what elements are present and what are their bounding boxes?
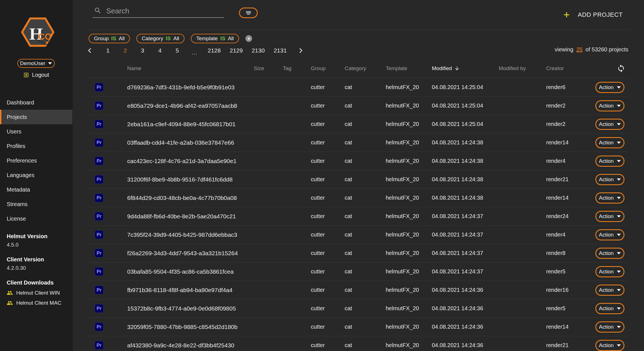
sidebar-nav-item[interactable]: Projects xyxy=(0,110,72,124)
premiere-pr-label: Pr xyxy=(97,103,102,109)
page-number-label: 2130 xyxy=(252,47,265,54)
sidebar-nav-item[interactable]: Streams xyxy=(0,197,72,211)
header-modified-by[interactable]: Modified by xyxy=(499,65,546,71)
action-button[interactable]: Action xyxy=(595,248,624,259)
project-row[interactable]: Pr e805a729-dce1-4b96-af42-ea97057aacb8 … xyxy=(87,97,628,115)
action-button[interactable]: Action xyxy=(595,340,624,351)
page-prev-button[interactable] xyxy=(85,46,94,55)
add-filter-button[interactable] xyxy=(245,35,252,42)
page-number[interactable]: 5 xyxy=(171,47,184,54)
sidebar-nav-item[interactable]: Profiles xyxy=(0,139,72,153)
project-row[interactable]: Pr fb971b36-8118-4f8f-ab94-ba90e97df4a4 … xyxy=(87,281,628,299)
action-button[interactable]: Action xyxy=(595,82,624,93)
action-button[interactable]: Action xyxy=(595,211,624,222)
sidebar-nav-item[interactable]: License xyxy=(0,211,72,226)
page-number[interactable]: 2 xyxy=(119,47,132,54)
page-next-button[interactable] xyxy=(296,46,306,55)
project-modified-cell: 04.08.2021 14:25:04 xyxy=(432,102,499,109)
header-creator[interactable]: Creator xyxy=(546,65,595,71)
project-row[interactable]: Pr 15372b8c-9fb3-4774-a0e9-0e0d68f09805 … xyxy=(87,299,628,318)
project-row[interactable]: Pr 7c395f24-39d9-4405-b425-987dd6ebbac3 … xyxy=(87,226,628,244)
action-button[interactable]: Action xyxy=(595,192,624,204)
project-modified-cell: 04.08.2021 14:24:37 xyxy=(432,250,499,256)
header-template[interactable]: Template xyxy=(386,65,432,71)
project-creator-cell: render8 xyxy=(546,250,595,256)
project-row[interactable]: Pr cac423ec-128f-4c76-a21d-3a7daa5e90e1 … xyxy=(87,152,628,170)
page-number[interactable]: 2128 xyxy=(205,47,223,54)
action-button[interactable]: Action xyxy=(595,321,624,333)
refresh-button[interactable] xyxy=(617,64,625,73)
filter-chip[interactable]: Category IS All xyxy=(136,34,184,43)
viewing-count-link[interactable]: 25 xyxy=(576,46,583,52)
project-row[interactable]: Pr 9d4da88f-fb6d-40be-8e2b-5ae20a470c21 … xyxy=(87,207,628,226)
action-button[interactable]: Action xyxy=(595,100,624,111)
add-project-label: ADD PROJECT xyxy=(578,11,623,18)
client-download-link[interactable]: Helmut Client MAC xyxy=(7,300,68,306)
sidebar-nav-item[interactable]: Languages xyxy=(0,168,72,182)
sidebar-nav-item[interactable]: Users xyxy=(0,124,72,139)
project-type-cell: Pr xyxy=(87,175,127,184)
action-button-label: Action xyxy=(599,305,614,312)
header-category[interactable]: Category xyxy=(345,65,386,71)
premiere-pr-label: Pr xyxy=(97,324,102,330)
filter-chip-operator: IS xyxy=(220,35,225,42)
project-row[interactable]: Pr 32059f05-7880-47bb-9885-c8545d2d180b … xyxy=(87,318,628,336)
helmut-logo: H CO xyxy=(21,17,55,47)
filter-toggle-button[interactable] xyxy=(239,8,258,18)
project-row[interactable]: Pr 2eba161a-c9ef-4094-88e9-45fc06817b01 … xyxy=(87,115,628,133)
project-category-cell: cat xyxy=(345,213,386,219)
filter-chip[interactable]: Template IS All xyxy=(191,34,239,43)
action-button[interactable]: Action xyxy=(595,137,624,148)
action-button[interactable]: Action xyxy=(595,156,624,167)
action-button[interactable]: Action xyxy=(595,174,624,185)
project-row[interactable]: Pr f26a2269-34d3-4dd7-9543-a3a321b15264 … xyxy=(87,244,628,262)
project-creator-cell: render24 xyxy=(546,213,595,219)
client-download-link[interactable]: Helmut Client WIN xyxy=(7,290,68,296)
chevron-down-icon xyxy=(48,62,52,65)
search-input[interactable] xyxy=(106,5,224,17)
add-project-button[interactable]: ADD PROJECT xyxy=(563,8,623,21)
user-menu-button[interactable]: DemoUser xyxy=(17,59,55,68)
filter-chip[interactable]: Group IS All xyxy=(89,34,130,43)
action-button[interactable]: Action xyxy=(595,119,624,130)
page-number[interactable]: 2131 xyxy=(271,47,289,54)
project-row[interactable]: Pr 03bafa85-9504-4f35-ac86-ca5b3861fcea … xyxy=(87,262,628,281)
page-number[interactable]: 4 xyxy=(153,47,166,54)
header-tag[interactable]: Tag xyxy=(283,65,311,71)
sidebar-nav-item[interactable]: Metadata xyxy=(0,182,72,197)
premiere-pr-label: Pr xyxy=(97,158,102,164)
project-modified-cell: 04.08.2021 14:25:04 xyxy=(432,121,499,127)
logout-button[interactable]: Logout xyxy=(0,70,72,79)
sidebar-nav-item-label: Preferences xyxy=(7,157,37,164)
page-number[interactable]: 2129 xyxy=(228,47,245,54)
sidebar-nav-item[interactable]: Preferences xyxy=(0,153,72,168)
project-template-cell: helmutFX_20 xyxy=(386,213,432,219)
action-button[interactable]: Action xyxy=(595,266,624,277)
page-number[interactable]: 1 xyxy=(101,47,114,54)
main-content: ADD PROJECT Group IS All Category IS All… xyxy=(72,0,644,351)
search-box xyxy=(93,4,224,18)
header-name[interactable]: Name xyxy=(127,65,254,71)
project-row[interactable]: Pr 03ffaadb-cdd4-41fe-a2ab-036e37847e66 … xyxy=(87,133,628,152)
sidebar-nav-item[interactable]: Dashboard xyxy=(0,95,72,110)
header-group[interactable]: Group xyxy=(311,65,345,71)
action-button[interactable]: Action xyxy=(595,285,624,296)
page-number[interactable]: 3 xyxy=(136,47,149,54)
premiere-pr-badge: Pr xyxy=(95,230,103,239)
action-button-label: Action xyxy=(599,232,614,238)
header-modified[interactable]: Modified xyxy=(432,65,499,71)
header-size[interactable]: Size xyxy=(254,65,283,71)
chevron-left-icon xyxy=(87,48,91,53)
project-row[interactable]: Pr 6f844d29-cd03-48cb-be0a-4c77b70b0a08 … xyxy=(87,189,628,207)
project-type-cell: Pr xyxy=(87,120,127,128)
project-row[interactable]: Pr 31200f6f-8be9-4b8b-9516-7df461fc6dd8 … xyxy=(87,170,628,189)
project-row[interactable]: Pr d769236a-7df3-431b-9efd-b5e9f0b91e03 … xyxy=(87,78,628,97)
filter-chip-field: Template xyxy=(196,35,218,42)
filter-chip-value: All xyxy=(119,35,125,42)
action-button[interactable]: Action xyxy=(595,229,624,240)
page-number[interactable]: 2130 xyxy=(249,47,267,54)
helmut-version-title: Helmut Version xyxy=(7,233,68,240)
action-button[interactable]: Action xyxy=(595,303,624,314)
project-row[interactable]: Pr af432380-9a9c-4e28-8e22-df3bb4f25430 … xyxy=(87,336,628,351)
chevron-down-icon xyxy=(617,105,621,107)
